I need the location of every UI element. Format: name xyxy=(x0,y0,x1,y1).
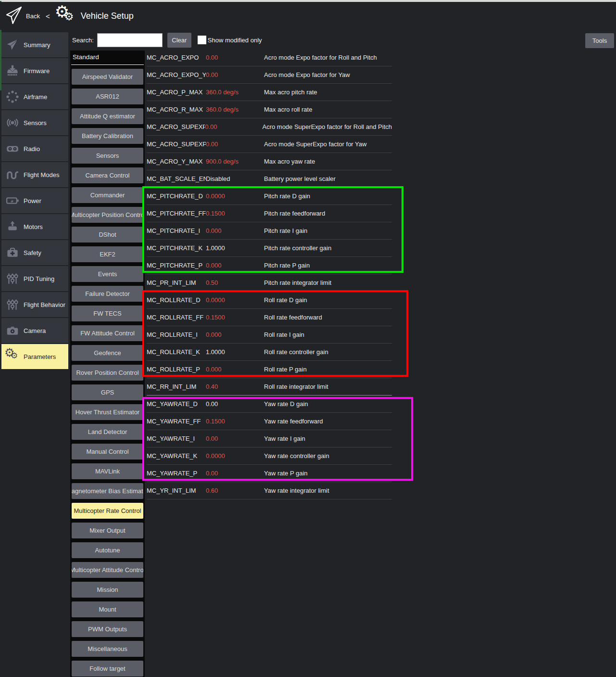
group-button-hover-thrust-estimator[interactable]: Hover Thrust Estimator xyxy=(72,404,143,420)
group-button-follow-target[interactable]: Follow target xyxy=(72,661,143,677)
group-button-mixer-output[interactable]: Mixer Output xyxy=(72,523,143,538)
group-button-magnetometer-bias-estimator[interactable]: Magnetometer Bias Estimator xyxy=(72,483,143,499)
group-button-events[interactable]: Events xyxy=(72,266,143,282)
group-button-asr012[interactable]: ASR012 xyxy=(72,89,143,104)
group-button-mission[interactable]: Mission xyxy=(72,582,143,598)
sidebar-item-parameters[interactable]: ⚙⚙Parameters xyxy=(1,344,68,369)
param-row-mc_pr_int_lim[interactable]: MC_PR_INT_LIM0.50Pitch rate integrator l… xyxy=(147,274,392,292)
group-button-geofence[interactable]: Geofence xyxy=(72,345,143,361)
clear-button[interactable]: Clear xyxy=(167,33,191,48)
param-description: Max acro roll rate xyxy=(264,106,392,113)
param-row-mc_acro_r_max[interactable]: MC_ACRO_R_MAX360.0 deg/sMax acro roll ra… xyxy=(147,101,392,118)
param-name: MC_ACRO_R_MAX xyxy=(147,106,206,113)
sidebar-item-firmware[interactable]: Firmware xyxy=(1,58,68,83)
param-value: 0.00 xyxy=(206,54,264,61)
group-button-commander[interactable]: Commander xyxy=(72,187,143,203)
sidebar-item-safety[interactable]: Safety xyxy=(1,240,68,265)
group-button-camera-control[interactable]: Camera Control xyxy=(72,167,143,183)
param-row-mc_rollrate_k[interactable]: MC_ROLLRATE_K1.0000Roll rate controller … xyxy=(147,344,392,361)
group-button-ekf2[interactable]: EKF2 xyxy=(72,246,143,262)
param-name: MC_ACRO_SUPEXPO xyxy=(147,123,205,130)
param-row-mc_pitchrate_d[interactable]: MC_PITCHRATE_D0.0000Pitch rate D gain xyxy=(147,188,392,205)
sidebar-item-sensors[interactable]: Sensors xyxy=(1,110,68,135)
group-button-battery-calibration[interactable]: Battery Calibration xyxy=(72,128,143,144)
pid-tuning-sliders-icon xyxy=(1,271,24,286)
param-value: 0.00 xyxy=(206,141,264,148)
group-button-fw-tecs[interactable]: FW TECS xyxy=(72,306,143,321)
group-button-multicopter-rate-control[interactable]: Multicopter Rate Control xyxy=(72,503,143,519)
group-button-pwm-outputs[interactable]: PWM Outputs xyxy=(72,621,143,637)
sidebar-item-motors[interactable]: Motors xyxy=(1,214,68,239)
param-row-mc_rr_int_lim[interactable]: MC_RR_INT_LIM0.40Roll rate integrator li… xyxy=(147,378,392,396)
param-description: Acro mode Expo factor for Roll and Pitch xyxy=(264,54,392,61)
group-button-gps[interactable]: GPS xyxy=(72,384,143,400)
group-button-sensors[interactable]: Sensors xyxy=(72,148,143,164)
param-row-mc_pitchrate_ff[interactable]: MC_PITCHRATE_FF0.1500Pitch rate feedforw… xyxy=(147,205,392,222)
show-modified-checkbox[interactable] xyxy=(198,36,206,44)
param-value: 0.00 xyxy=(206,71,264,78)
param-description: Pitch rate controller gain xyxy=(264,244,392,252)
power-battery-icon xyxy=(1,193,24,208)
safety-kit-icon xyxy=(1,245,24,260)
param-row-mc_rollrate_ff[interactable]: MC_ROLLRATE_FF0.1500Roll rate feedforwar… xyxy=(147,309,392,326)
param-value: 0.60 xyxy=(206,487,264,494)
param-row-mc_acro_p_max[interactable]: MC_ACRO_P_MAX360.0 deg/sMax acro pitch r… xyxy=(147,84,392,101)
sidebar-item-airframe[interactable]: Airframe xyxy=(1,84,68,109)
param-row-mc_rollrate_p[interactable]: MC_ROLLRATE_P0.000Roll rate P gain xyxy=(147,361,392,378)
group-button-fw-attitude-control[interactable]: FW Attitude Control xyxy=(72,325,143,341)
param-row-mc_yawrate_d[interactable]: MC_YAWRATE_D0.00Yaw rate D gain xyxy=(147,396,392,413)
group-button-airspeed-validator[interactable]: Airspeed Validator xyxy=(72,69,143,85)
group-button-miscellaneous[interactable]: Miscellaneous xyxy=(72,641,143,657)
param-row-mc_yawrate_ff[interactable]: MC_YAWRATE_FF0.1500Yaw rate feedforward xyxy=(147,413,392,430)
sensors-signal-icon xyxy=(1,115,24,130)
sidebar-item-radio[interactable]: Radio xyxy=(1,136,68,161)
param-row-mc_acro_supexpoy[interactable]: MC_ACRO_SUPEXPOY0.00Acro mode SuperExpo … xyxy=(147,136,392,153)
group-button-failure-detector[interactable]: Failure Detector xyxy=(72,286,143,302)
sidebar-item-camera[interactable]: Camera xyxy=(1,318,68,343)
sidebar-item-summary[interactable]: Summary xyxy=(1,32,68,57)
param-row-mc_acro_supexpo[interactable]: MC_ACRO_SUPEXPO0.00Acro mode SuperExpo f… xyxy=(147,118,392,136)
group-button-multicopter-position-control[interactable]: Multicopter Position Control xyxy=(72,207,143,223)
param-row-mc_pitchrate_i[interactable]: MC_PITCHRATE_I0.000Pitch rate I gain xyxy=(147,222,392,240)
param-name: MC_PITCHRATE_FF xyxy=(147,210,206,217)
group-button-rover-position-control[interactable]: Rover Position Control xyxy=(72,365,143,381)
param-row-mc_yawrate_i[interactable]: MC_YAWRATE_I0.00Yaw rate I gain xyxy=(147,430,392,447)
sidebar-item-power[interactable]: Power xyxy=(1,188,68,213)
param-description: Max acro yaw rate xyxy=(264,158,392,165)
sidebar-item-flight-modes[interactable]: Flight Modes xyxy=(1,162,68,187)
param-row-mc_acro_expo[interactable]: MC_ACRO_EXPO0.00Acro mode Expo factor fo… xyxy=(147,49,392,66)
param-row-mc_bat_scale_en[interactable]: MC_BAT_SCALE_ENDisabledBattery power lev… xyxy=(147,170,392,188)
param-name: MC_RR_INT_LIM xyxy=(147,383,206,390)
groups-header-rule xyxy=(71,64,144,65)
group-button-autotune[interactable]: Autotune xyxy=(72,542,143,558)
group-button-attitude-q-estimator[interactable]: Attitude Q estimator xyxy=(72,108,143,124)
param-row-mc_yawrate_k[interactable]: MC_YAWRATE_K0.0000Yaw rate controller ga… xyxy=(147,447,392,465)
back-button[interactable]: Back xyxy=(26,13,40,20)
param-value: 0.000 xyxy=(206,366,264,373)
group-button-multicopter-attitude-control[interactable]: Multicopter Attitude Control xyxy=(72,562,143,578)
param-row-mc_pitchrate_k[interactable]: MC_PITCHRATE_K1.0000Pitch rate controlle… xyxy=(147,240,392,257)
param-value: 1.0000 xyxy=(206,244,264,252)
param-row-mc_rollrate_i[interactable]: MC_ROLLRATE_I0.000Roll rate I gain xyxy=(147,326,392,344)
group-button-land-detector[interactable]: Land Detector xyxy=(72,424,143,440)
param-row-mc_yawrate_p[interactable]: MC_YAWRATE_P0.00Yaw rate P gain xyxy=(147,465,392,482)
param-description: Acro mode Expo factor for Yaw xyxy=(264,71,392,78)
param-name: MC_ROLLRATE_I xyxy=(147,331,206,338)
param-row-mc_acro_y_max[interactable]: MC_ACRO_Y_MAX900.0 deg/sMax acro yaw rat… xyxy=(147,153,392,170)
sidebar-item-pid-tuning[interactable]: PID Tuning xyxy=(1,266,68,291)
camera-icon xyxy=(1,323,24,338)
param-value: 360.0 deg/s xyxy=(206,89,264,96)
group-button-mount[interactable]: Mount xyxy=(72,601,143,617)
sidebar-item-flight-behavior[interactable]: Flight Behavior xyxy=(1,292,68,317)
param-row-mc_pitchrate_p[interactable]: MC_PITCHRATE_P0.000Pitch rate P gain xyxy=(147,257,392,274)
flight-behavior-sliders-icon xyxy=(1,297,24,312)
search-input[interactable] xyxy=(97,33,163,47)
param-row-mc_rollrate_d[interactable]: MC_ROLLRATE_D0.0000Roll rate D gain xyxy=(147,292,392,309)
param-row-mc_acro_expo_y[interactable]: MC_ACRO_EXPO_Y0.00Acro mode Expo factor … xyxy=(147,66,392,84)
param-row-mc_yr_int_lim[interactable]: MC_YR_INT_LIM0.60Yaw rate integrator lim… xyxy=(147,482,392,499)
sidebar-item-label: Power xyxy=(24,197,41,204)
group-button-manual-control[interactable]: Manual Control xyxy=(72,444,143,460)
group-button-mavlink[interactable]: MAVLink xyxy=(72,463,143,479)
tools-button[interactable]: Tools xyxy=(585,33,614,48)
group-button-dshot[interactable]: DShot xyxy=(72,227,143,243)
